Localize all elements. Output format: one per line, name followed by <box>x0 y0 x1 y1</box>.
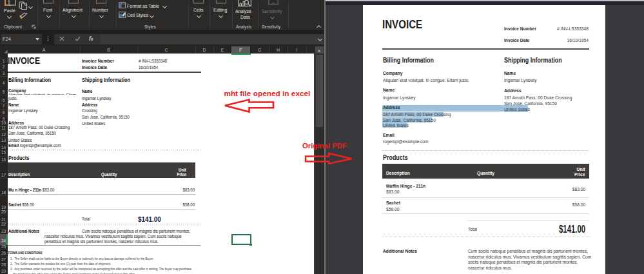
svg-text:Original PDF: Original PDF <box>302 142 347 150</box>
svg-text:mht file opened in excel: mht file opened in excel <box>224 90 310 97</box>
